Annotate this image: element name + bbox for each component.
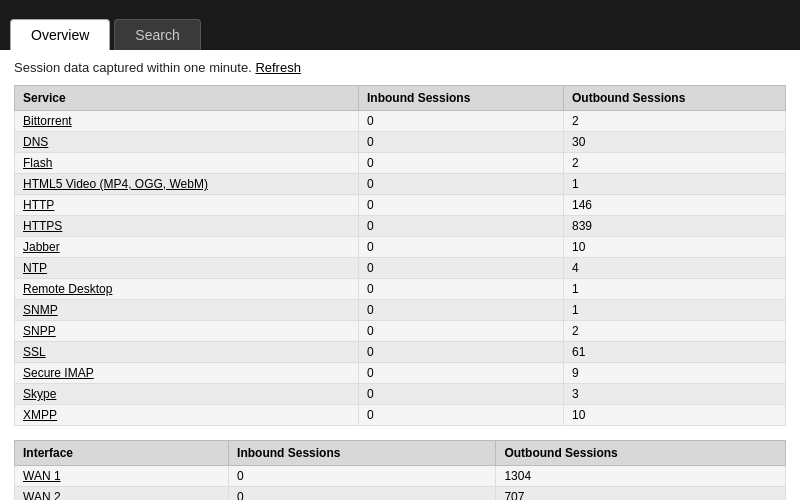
service-name: HTML5 Video (MP4, OGG, WebM) <box>15 174 359 195</box>
table-row: DNS 0 30 <box>15 132 786 153</box>
table-row: HTTPS 0 839 <box>15 216 786 237</box>
inbound-value: 0 <box>358 300 563 321</box>
iface-inbound-col-header: Inbound Sessions <box>229 441 496 466</box>
table-row: HTTP 0 146 <box>15 195 786 216</box>
tab-overview[interactable]: Overview <box>10 19 110 50</box>
outbound-value: 4 <box>563 258 785 279</box>
table-row: SNPP 0 2 <box>15 321 786 342</box>
iface-outbound-value: 1304 <box>496 466 786 487</box>
tab-bar: Overview Search <box>0 0 800 50</box>
service-name: Remote Desktop <box>15 279 359 300</box>
outbound-value: 10 <box>563 405 785 426</box>
table-row: Flash 0 2 <box>15 153 786 174</box>
subtitle-text: Session data captured within one minute.… <box>14 60 786 75</box>
inbound-value: 0 <box>358 405 563 426</box>
outbound-value: 2 <box>563 321 785 342</box>
service-name: NTP <box>15 258 359 279</box>
service-name: SSL <box>15 342 359 363</box>
outbound-value: 1 <box>563 300 785 321</box>
inbound-value: 0 <box>358 342 563 363</box>
inbound-value: 0 <box>358 321 563 342</box>
inbound-value: 0 <box>358 384 563 405</box>
outbound-value: 30 <box>563 132 785 153</box>
outbound-value: 9 <box>563 363 785 384</box>
inbound-value: 0 <box>358 363 563 384</box>
service-table: Service Inbound Sessions Outbound Sessio… <box>14 85 786 426</box>
outbound-value: 146 <box>563 195 785 216</box>
outbound-col-header: Outbound Sessions <box>563 86 785 111</box>
service-name: Secure IMAP <box>15 363 359 384</box>
inbound-value: 0 <box>358 195 563 216</box>
service-name: HTTP <box>15 195 359 216</box>
inbound-value: 0 <box>358 258 563 279</box>
service-name: SNMP <box>15 300 359 321</box>
table-row: Remote Desktop 0 1 <box>15 279 786 300</box>
inbound-value: 0 <box>358 111 563 132</box>
interface-name: WAN 1 <box>15 466 229 487</box>
inbound-value: 0 <box>358 237 563 258</box>
iface-outbound-col-header: Outbound Sessions <box>496 441 786 466</box>
refresh-link[interactable]: Refresh <box>255 60 301 75</box>
table-row: SNMP 0 1 <box>15 300 786 321</box>
inbound-value: 0 <box>358 174 563 195</box>
iface-inbound-value: 0 <box>229 466 496 487</box>
service-name: Skype <box>15 384 359 405</box>
table-row: NTP 0 4 <box>15 258 786 279</box>
inbound-col-header: Inbound Sessions <box>358 86 563 111</box>
table-row: XMPP 0 10 <box>15 405 786 426</box>
outbound-value: 839 <box>563 216 785 237</box>
service-name: Bittorrent <box>15 111 359 132</box>
outbound-value: 2 <box>563 111 785 132</box>
main-content: Session data captured within one minute.… <box>0 50 800 500</box>
table-row: HTML5 Video (MP4, OGG, WebM) 0 1 <box>15 174 786 195</box>
interface-name: WAN 2 <box>15 487 229 501</box>
table-row: Jabber 0 10 <box>15 237 786 258</box>
service-name: SNPP <box>15 321 359 342</box>
inbound-value: 0 <box>358 132 563 153</box>
inbound-value: 0 <box>358 153 563 174</box>
outbound-value: 10 <box>563 237 785 258</box>
service-name: Jabber <box>15 237 359 258</box>
table-row: WAN 2 0 707 <box>15 487 786 501</box>
table-row: WAN 1 0 1304 <box>15 466 786 487</box>
iface-inbound-value: 0 <box>229 487 496 501</box>
iface-outbound-value: 707 <box>496 487 786 501</box>
outbound-value: 61 <box>563 342 785 363</box>
table-row: Bittorrent 0 2 <box>15 111 786 132</box>
service-col-header: Service <box>15 86 359 111</box>
outbound-value: 2 <box>563 153 785 174</box>
interface-col-header: Interface <box>15 441 229 466</box>
outbound-value: 1 <box>563 279 785 300</box>
service-name: HTTPS <box>15 216 359 237</box>
interface-table: Interface Inbound Sessions Outbound Sess… <box>14 440 786 500</box>
service-name: XMPP <box>15 405 359 426</box>
service-name: DNS <box>15 132 359 153</box>
inbound-value: 0 <box>358 216 563 237</box>
inbound-value: 0 <box>358 279 563 300</box>
table-row: SSL 0 61 <box>15 342 786 363</box>
table-row: Skype 0 3 <box>15 384 786 405</box>
table-row: Secure IMAP 0 9 <box>15 363 786 384</box>
outbound-value: 3 <box>563 384 785 405</box>
outbound-value: 1 <box>563 174 785 195</box>
service-name: Flash <box>15 153 359 174</box>
tab-search[interactable]: Search <box>114 19 200 50</box>
